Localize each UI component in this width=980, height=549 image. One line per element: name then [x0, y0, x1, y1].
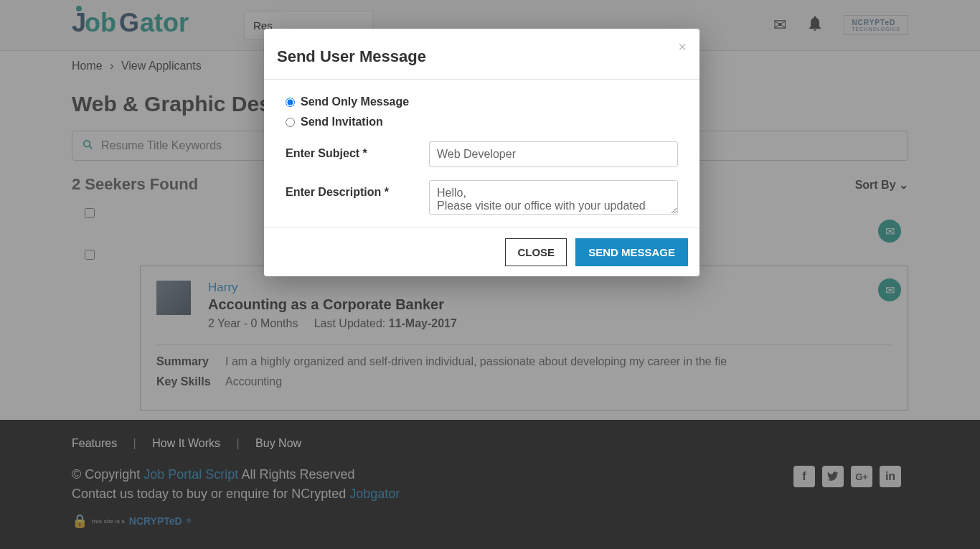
radio-send-message[interactable] [286, 98, 295, 107]
description-input[interactable] [429, 180, 678, 215]
radio-send-message-label: Send Only Message [301, 95, 409, 108]
send-message-modal: Send User Message × Send Only Message Se… [264, 29, 699, 276]
subject-label: Enter Subject * [286, 141, 429, 167]
radio-send-invitation-label: Send Invitation [301, 116, 383, 128]
radio-send-invitation[interactable] [286, 118, 295, 127]
subject-input[interactable] [429, 141, 678, 167]
send-message-button[interactable]: SEND MESSAGE [575, 238, 688, 266]
close-button[interactable]: CLOSE [505, 238, 567, 266]
modal-title: Send User Message [277, 47, 678, 66]
modal-body: Send Only Message Send Invitation Enter … [264, 80, 699, 227]
description-label: Enter Description * [286, 180, 429, 217]
modal-header: Send User Message × [264, 29, 699, 80]
close-icon[interactable]: × [678, 39, 687, 55]
modal-footer: CLOSE SEND MESSAGE [264, 227, 699, 276]
